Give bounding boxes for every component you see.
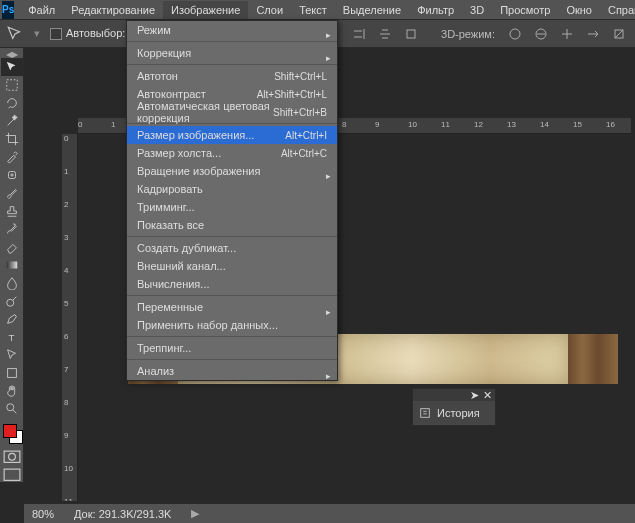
menu-изображение[interactable]: Изображение (163, 1, 248, 19)
menu-item[interactable]: Анализ (127, 362, 337, 380)
svg-rect-7 (6, 262, 17, 269)
menu-item[interactable]: Вычисления... (127, 275, 337, 293)
transform-icon[interactable] (401, 24, 421, 44)
wood-right (568, 334, 618, 384)
menu-редактирование[interactable]: Редактирование (63, 1, 163, 19)
svg-point-2 (510, 29, 520, 39)
menu-просмотр[interactable]: Просмотр (492, 1, 558, 19)
menu-item: Кадрировать (127, 180, 337, 198)
history-panel[interactable]: ➤ ✕ История (412, 388, 496, 426)
align-right-icon[interactable] (349, 24, 369, 44)
panel-collapse-icon[interactable]: ➤ (470, 389, 479, 402)
menu-item: Переменные (127, 298, 337, 316)
menu-item[interactable]: Тримминг... (127, 198, 337, 216)
menu-item[interactable]: Вращение изображения (127, 162, 337, 180)
svg-point-8 (6, 299, 13, 306)
svg-text:T: T (8, 332, 14, 343)
svg-rect-5 (6, 80, 17, 91)
gradient-tool[interactable] (1, 256, 23, 274)
panel-header[interactable]: ➤ ✕ (413, 389, 495, 401)
move-tool[interactable] (1, 58, 23, 76)
type-tool[interactable]: T (1, 328, 23, 346)
quickmask-icon[interactable] (3, 450, 21, 464)
3d-slide-icon[interactable] (583, 24, 603, 44)
path-select-tool[interactable] (1, 346, 23, 364)
wand-tool[interactable] (1, 112, 23, 130)
screenmode-icon[interactable] (3, 468, 21, 482)
history-brush-tool[interactable] (1, 220, 23, 238)
svg-rect-14 (4, 469, 20, 480)
menu-файл[interactable]: Файл (20, 1, 63, 19)
ruler-vertical[interactable]: 0123456789101112 (62, 134, 78, 501)
shape-tool[interactable] (1, 364, 23, 382)
brush-tool[interactable] (1, 184, 23, 202)
tools-panel: ◀▶ T (0, 48, 24, 482)
collapse-icon[interactable]: ◀▶ (1, 50, 23, 58)
image-menu: РежимКоррекцияАвтотонShift+Ctrl+LАвтокон… (126, 20, 338, 381)
distribute-icon[interactable] (375, 24, 395, 44)
history-tab-label[interactable]: История (437, 407, 480, 419)
menu-item: Показать все (127, 216, 337, 234)
menu-item[interactable]: АвтотонShift+Ctrl+L (127, 67, 337, 85)
menu-item[interactable]: Размер изображения...Alt+Ctrl+I (127, 126, 337, 144)
menu-слои[interactable]: Слои (248, 1, 291, 19)
marquee-tool[interactable] (1, 76, 23, 94)
menu-справка[interactable]: Справка (600, 1, 635, 19)
menu-item[interactable]: Внешний канал... (127, 257, 337, 275)
foreground-color[interactable] (3, 424, 17, 438)
app-logo: Ps (2, 1, 14, 19)
crop-tool[interactable] (1, 130, 23, 148)
color-swatches[interactable] (1, 422, 23, 446)
svg-point-13 (8, 454, 15, 461)
3d-orbit-icon[interactable] (505, 24, 525, 44)
3d-scale-icon[interactable] (609, 24, 629, 44)
menu-фильтр[interactable]: Фильтр (409, 1, 462, 19)
zoom-tool[interactable] (1, 400, 23, 418)
svg-rect-10 (7, 369, 16, 378)
menu-item[interactable]: Режим (127, 21, 337, 39)
menu-текст[interactable]: Текст (291, 1, 335, 19)
pen-tool[interactable] (1, 310, 23, 328)
menu-item: Треппинг... (127, 339, 337, 357)
svg-rect-1 (407, 30, 415, 38)
eyedropper-tool[interactable] (1, 148, 23, 166)
status-arrow-icon[interactable]: ▶ (191, 507, 199, 520)
eraser-tool[interactable] (1, 238, 23, 256)
menu-item[interactable]: Создать дубликат... (127, 239, 337, 257)
heal-tool[interactable] (1, 166, 23, 184)
menu-item[interactable]: Автоматическая цветовая коррекцияShift+C… (127, 103, 337, 121)
panel-close-icon[interactable]: ✕ (483, 389, 492, 402)
zoom-level[interactable]: 80% (32, 508, 54, 520)
move-tool-icon (6, 25, 24, 43)
svg-rect-15 (421, 409, 430, 418)
menu-item[interactable]: Размер холста...Alt+Ctrl+C (127, 144, 337, 162)
status-bar: 80% Док: 291.3K/291.3K ▶ (24, 503, 635, 523)
menu-окно[interactable]: Окно (558, 1, 600, 19)
menu-3d[interactable]: 3D (462, 1, 492, 19)
stamp-tool[interactable] (1, 202, 23, 220)
menu-item[interactable]: Коррекция (127, 44, 337, 62)
3d-pan-icon[interactable] (557, 24, 577, 44)
hand-tool[interactable] (1, 382, 23, 400)
auto-select-checkbox[interactable]: Автовыбор: (50, 27, 125, 40)
lasso-tool[interactable] (1, 94, 23, 112)
dodge-tool[interactable] (1, 292, 23, 310)
blur-tool[interactable] (1, 274, 23, 292)
doc-size: Док: 291.3K/291.3K (74, 508, 171, 520)
3d-roll-icon[interactable] (531, 24, 551, 44)
svg-point-11 (6, 404, 13, 411)
menu-item: Применить набор данных... (127, 316, 337, 334)
menubar: Ps ФайлРедактированиеИзображениеСлоиТекс… (0, 0, 635, 20)
3d-mode-label: 3D-режим: (441, 28, 495, 40)
history-icon (419, 407, 431, 419)
menu-выделение[interactable]: Выделение (335, 1, 409, 19)
